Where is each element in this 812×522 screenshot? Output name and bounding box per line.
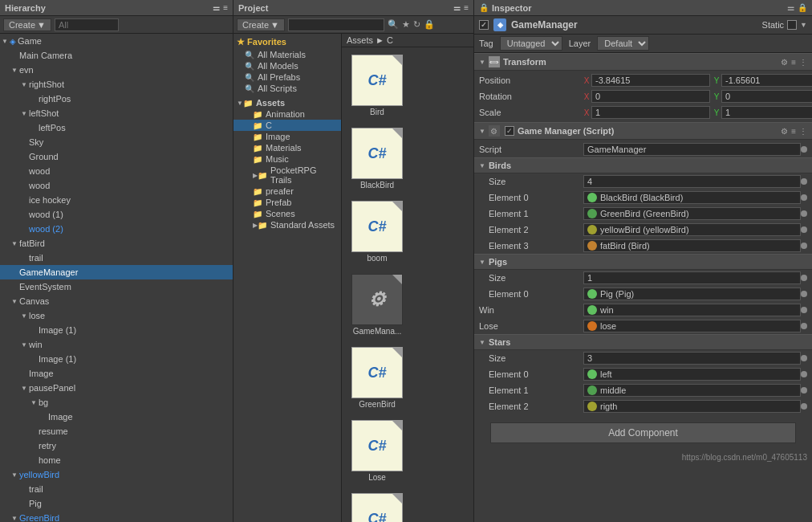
tree-item-rightpos[interactable]: rightPos [0, 92, 233, 106]
stars-size-dot[interactable] [801, 355, 807, 361]
birds-elem1-dot[interactable] [801, 210, 807, 217]
tree-item-image[interactable]: Image [0, 366, 233, 381]
gm-active-checkbox[interactable] [505, 126, 514, 136]
file-icon-blackbird: C# [351, 128, 403, 179]
fav-all-models[interactable]: 🔍 All Models [233, 60, 341, 71]
birds-elem3-dot[interactable] [801, 243, 807, 249]
tree-item-leftshot[interactable]: leftShot [0, 106, 233, 120]
transform-overflow-icon[interactable]: ⋮ [799, 58, 807, 67]
pigs-elem0-dot[interactable] [801, 291, 807, 297]
file-bird[interactable]: C# Bird [345, 51, 409, 120]
stars-section[interactable]: Stars [474, 334, 812, 350]
folder-standard[interactable]: 📁 Standard Assets [233, 219, 341, 230]
folder-c[interactable]: 📁 C [233, 120, 341, 131]
tree-item-wood1[interactable]: wood [0, 164, 233, 178]
tree-item-evn[interactable]: evn [0, 63, 233, 77]
tree-item-ground[interactable]: Ground [0, 149, 233, 164]
file-boom[interactable]: C# boom [345, 197, 409, 267]
file-blackbird[interactable]: C# BlackBird [345, 124, 409, 194]
tree-item-wood3[interactable]: wood (1) [0, 207, 233, 222]
pigs-size-dot[interactable] [801, 275, 807, 281]
birds-elem2-dot[interactable] [801, 226, 807, 233]
rotation-y-input[interactable] [721, 90, 812, 103]
tree-item-win[interactable]: win [0, 337, 233, 352]
tree-item-wood4[interactable]: wood (2) [0, 222, 233, 236]
tree-item-win-image[interactable]: Image (1) [0, 352, 233, 366]
static-checkbox[interactable] [787, 20, 797, 30]
file-move[interactable]: C# Move [345, 489, 409, 522]
tree-item-greenbird[interactable]: GreenBird [0, 511, 233, 522]
tree-item-icehockey[interactable]: ice hockey [0, 193, 233, 207]
transform-menu-icon[interactable]: ≡ [791, 58, 796, 67]
tree-item-yellowbird[interactable]: yellowBird [0, 467, 233, 482]
folder-music[interactable]: 📁 Music [233, 153, 341, 165]
tree-item-gamemanager[interactable]: GameManager [0, 265, 233, 279]
hierarchy-create-button[interactable]: Create ▼ [3, 18, 51, 31]
folder-prefab[interactable]: 📁 Prefab [233, 197, 341, 208]
tree-item-pausepanel[interactable]: pausePanel [0, 381, 233, 395]
hierarchy-search-input[interactable] [55, 18, 119, 31]
file-gamemanager[interactable]: ⚙ GameMana... [345, 270, 409, 340]
tree-item-fatbird-trail[interactable]: trail [0, 251, 233, 265]
gm-overflow-icon[interactable]: ⋮ [799, 127, 807, 136]
lose-dot[interactable] [801, 323, 807, 329]
tree-item-eventsystem[interactable]: EventSystem [0, 279, 233, 294]
stars-elem1-dot[interactable] [801, 387, 807, 394]
pigs-section[interactable]: Pigs [474, 254, 812, 270]
birds-size-dot[interactable] [801, 178, 807, 185]
tree-item-rightshot[interactable]: rightShot [0, 77, 233, 92]
scale-y-input[interactable] [721, 106, 812, 119]
stars-elem2-dot[interactable] [801, 403, 807, 410]
birds-elem0-dot[interactable] [801, 194, 807, 201]
assets-folder-header[interactable]: 📁 Assets [233, 97, 341, 108]
tree-item-yellowbird-trail[interactable]: trail [0, 482, 233, 496]
tree-item-lose[interactable]: lose [0, 308, 233, 323]
script-dot-button[interactable] [801, 146, 807, 153]
tree-item-sky[interactable]: Sky [0, 135, 233, 149]
tree-item-yellowbird-pig[interactable]: Pig [0, 496, 233, 511]
pigs-elem0-label: Element 0 [479, 289, 583, 299]
folder-scenes[interactable]: 📁 Scenes [233, 208, 341, 219]
tree-item-retry[interactable]: retry [0, 438, 233, 453]
transform-component-header[interactable]: ⟺ Transform ⚙ ≡ ⋮ [474, 53, 812, 71]
layer-select[interactable]: Default [597, 36, 649, 51]
folder-image[interactable]: 📁 Image [233, 131, 341, 142]
static-arrow[interactable]: ▼ [800, 21, 807, 29]
folder-materials[interactable]: 📁 Materials [233, 142, 341, 153]
active-checkbox[interactable] [479, 20, 489, 30]
tree-item-lose-image[interactable]: Image (1) [0, 323, 233, 337]
tree-item-wood2[interactable]: wood [0, 178, 233, 193]
folder-preafer[interactable]: 📁 preafer [233, 186, 341, 197]
project-create-button[interactable]: Create ▼ [237, 18, 285, 31]
birds-section[interactable]: Birds [474, 157, 812, 173]
tree-item-bg-image[interactable]: Image [0, 410, 233, 424]
tree-item-leftpos[interactable]: leftPos [0, 120, 233, 135]
folder-animation[interactable]: 📁 Animation [233, 108, 341, 120]
transform-settings-icon[interactable]: ⚙ [781, 58, 788, 67]
scale-x-input[interactable] [591, 106, 710, 119]
add-component-button[interactable]: Add Component [490, 422, 796, 443]
fav-all-scripts[interactable]: 🔍 All Scripts [233, 83, 341, 94]
fav-all-materials[interactable]: 🔍 All Materials [233, 49, 341, 60]
gamemanager-component-header[interactable]: ⚙ Game Manager (Script) ⚙ ≡ ⋮ [474, 122, 812, 140]
gm-settings-icon[interactable]: ⚙ [781, 127, 788, 136]
file-lose[interactable]: C# Lose [345, 416, 409, 486]
tree-item-fatbird[interactable]: fatBird [0, 236, 233, 251]
stars-elem0-dot[interactable] [801, 371, 807, 377]
tree-item-game[interactable]: ◈ Game [0, 34, 233, 48]
file-greenbird[interactable]: C# GreenBird [345, 343, 409, 413]
tree-item-resume[interactable]: resume [0, 424, 233, 438]
fav-all-prefabs[interactable]: 🔍 All Prefabs [233, 71, 341, 83]
tag-select[interactable]: Untagged [500, 36, 562, 51]
project-search-input[interactable] [288, 18, 384, 31]
position-x-input[interactable] [591, 74, 710, 87]
rotation-x-input[interactable] [591, 90, 710, 103]
gm-menu-icon[interactable]: ≡ [791, 127, 796, 136]
folder-pocketrpg[interactable]: 📁 PocketRPG Trails [233, 165, 341, 186]
tree-item-bg[interactable]: bg [0, 395, 233, 410]
tree-item-canvas[interactable]: Canvas [0, 294, 233, 308]
win-dot[interactable] [801, 307, 807, 313]
tree-item-home[interactable]: home [0, 453, 233, 467]
tree-item-maincamera[interactable]: Main Camera [0, 48, 233, 63]
position-y-input[interactable] [721, 74, 812, 87]
